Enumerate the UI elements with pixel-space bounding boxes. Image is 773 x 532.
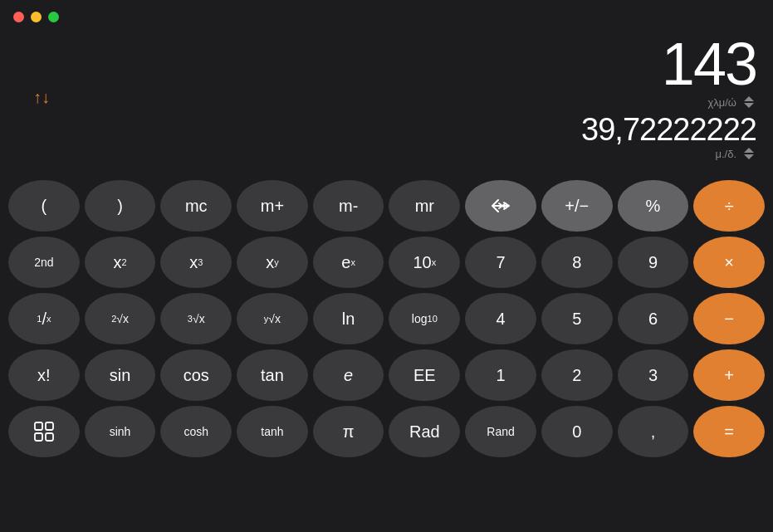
- subtract-button[interactable]: −: [693, 293, 765, 344]
- plus-minus-button[interactable]: +/−: [541, 180, 613, 232]
- mc-button[interactable]: mc: [160, 180, 232, 232]
- 2nd-button[interactable]: 2nd: [8, 237, 80, 288]
- yth-root-button[interactable]: y√x: [237, 293, 308, 344]
- divide-button[interactable]: ÷: [693, 180, 765, 232]
- backspace-button[interactable]: [465, 180, 536, 232]
- reciprocal-button[interactable]: 1/x: [8, 293, 80, 344]
- factorial-button[interactable]: x!: [8, 349, 80, 401]
- svg-marker-1: [744, 103, 754, 108]
- ee-button[interactable]: EE: [389, 349, 460, 401]
- multiply-button[interactable]: ×: [693, 237, 765, 288]
- 8-button[interactable]: 8: [541, 237, 613, 288]
- 6-button[interactable]: 6: [618, 293, 689, 344]
- conversion-value: 39,72222222: [50, 114, 756, 145]
- display-area: ↑↓ 143 χλμ/ώ 39,72222222 μ./δ.: [0, 34, 773, 175]
- open-paren-button[interactable]: (: [8, 180, 80, 232]
- x-to-y-button[interactable]: xy: [237, 237, 308, 288]
- mr-button[interactable]: mr: [389, 180, 460, 232]
- minimize-button[interactable]: [31, 12, 42, 22]
- m-minus-button[interactable]: m-: [313, 180, 384, 232]
- cbrt-button[interactable]: 3√x: [160, 293, 232, 344]
- e-to-x-button[interactable]: ex: [313, 237, 384, 288]
- equals-button[interactable]: =: [693, 406, 765, 457]
- tan-button[interactable]: tan: [237, 349, 308, 401]
- sinh-button[interactable]: sinh: [85, 406, 156, 457]
- svg-rect-7: [46, 422, 53, 430]
- add-button[interactable]: +: [693, 349, 765, 401]
- 1-button[interactable]: 1: [465, 349, 536, 401]
- sort-icon[interactable]: ↑↓: [33, 88, 50, 107]
- unit2-stepper[interactable]: [741, 147, 756, 160]
- maximize-button[interactable]: [48, 12, 59, 22]
- 10-to-x-button[interactable]: 10x: [389, 237, 460, 288]
- 7-button[interactable]: 7: [465, 237, 536, 288]
- percent-button[interactable]: %: [618, 180, 689, 232]
- 9-button[interactable]: 9: [618, 237, 689, 288]
- main-value: 143: [50, 34, 756, 94]
- unit1-stepper[interactable]: [741, 95, 756, 109]
- sin-button[interactable]: sin: [85, 349, 156, 401]
- unit2-label: μ./δ.: [715, 148, 736, 160]
- 0-button[interactable]: 0: [541, 406, 613, 457]
- ln-button[interactable]: ln: [313, 293, 384, 344]
- 4-button[interactable]: 4: [465, 293, 536, 344]
- svg-rect-6: [35, 422, 42, 430]
- 5-button[interactable]: 5: [541, 293, 613, 344]
- m-plus-button[interactable]: m+: [237, 180, 308, 232]
- x-squared-button[interactable]: x2: [85, 237, 156, 288]
- 3-button[interactable]: 3: [618, 349, 689, 401]
- svg-marker-2: [744, 148, 754, 153]
- rand-button[interactable]: Rand: [465, 406, 536, 457]
- svg-marker-0: [744, 96, 754, 101]
- decimal-button[interactable]: ,: [618, 406, 689, 457]
- sqrt-button[interactable]: 2√x: [85, 293, 156, 344]
- cosh-button[interactable]: cosh: [160, 406, 232, 457]
- svg-marker-3: [744, 154, 754, 159]
- x-cubed-button[interactable]: x3: [160, 237, 232, 288]
- 2-button[interactable]: 2: [541, 349, 613, 401]
- svg-rect-9: [46, 433, 53, 441]
- unit1-label: χλμ/ώ: [707, 96, 736, 109]
- euler-button[interactable]: e: [313, 349, 384, 401]
- close-button[interactable]: [13, 12, 24, 22]
- buttons-container: ()mcm+m-mr +/−%÷2ndx2x3xyex10x789×1/x2√x…: [0, 175, 773, 466]
- close-paren-button[interactable]: ): [85, 180, 156, 232]
- unit-conv-button[interactable]: [8, 406, 80, 457]
- svg-rect-8: [35, 433, 42, 441]
- pi-button[interactable]: π: [313, 406, 384, 457]
- log10-button[interactable]: log10: [389, 293, 460, 344]
- rad-button[interactable]: Rad: [389, 406, 460, 457]
- tanh-button[interactable]: tanh: [237, 406, 308, 457]
- cos-button[interactable]: cos: [160, 349, 232, 401]
- titlebar: [0, 0, 773, 34]
